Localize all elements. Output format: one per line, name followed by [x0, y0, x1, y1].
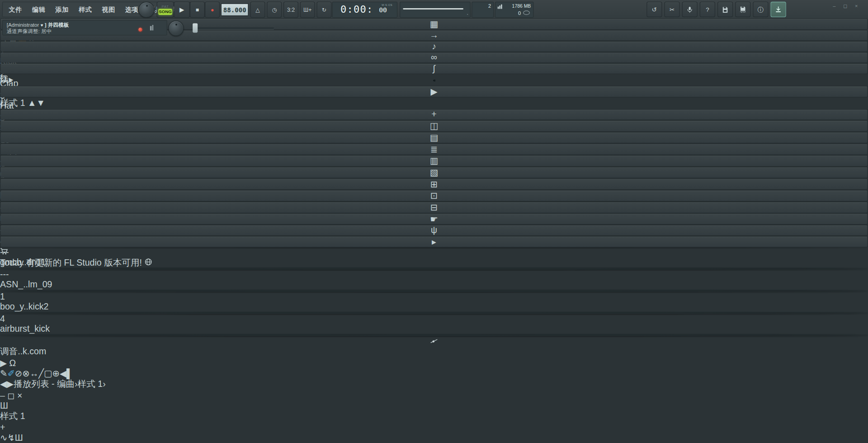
threads-count: 2	[488, 3, 491, 9]
paint-tool-button[interactable]: ✐	[7, 369, 14, 378]
close-windows-toggle[interactable]: ⊟	[0, 201, 868, 213]
play-button[interactable]: ▶	[174, 2, 190, 18]
window-toggle-buttons: ◫▤≣▥▧⊞⊡⊟	[0, 120, 868, 214]
link-button[interactable]: ∞	[0, 52, 868, 63]
save-button[interactable]	[717, 2, 733, 17]
slider-handle[interactable]	[193, 23, 198, 33]
update-notification[interactable]: Today 有更新的 FL Studio 版本可用!	[0, 257, 868, 269]
menu-item[interactable]: 文件	[4, 5, 27, 14]
playlist-close-button[interactable]: ×	[17, 391, 22, 400]
marker-time-panel: ◔	[400, 2, 471, 18]
playlist-snap-magnet-icon[interactable]: Ω	[9, 358, 16, 368]
fl-studio-window: 文件编辑添加样式视图选项工具帮助 PAT SONG ▶ ■ ● 88.000 △…	[0, 0, 868, 443]
plugin-picker-toggle[interactable]: ⊞	[0, 178, 868, 190]
playback-tool-button[interactable]: ◀▌	[60, 369, 73, 378]
metronome-button[interactable]: △	[250, 2, 265, 18]
delete-tool-button[interactable]: ⊘	[15, 369, 22, 378]
stop-button[interactable]: ■	[190, 2, 205, 18]
time-display[interactable]: 0:00: 00 M:S:CS	[332, 2, 397, 18]
master-pitch-knob[interactable]	[138, 2, 155, 18]
memory-value: 1786 MB	[512, 3, 531, 9]
info-button[interactable]: ⓘ	[753, 2, 768, 17]
audio-tab-icon[interactable]: ∿	[0, 433, 7, 443]
record-audio-button[interactable]	[682, 2, 698, 17]
close-button[interactable]: ×	[853, 3, 860, 9]
loop-record-button[interactable]: ↻	[316, 2, 331, 18]
slide-button[interactable]: ∫	[0, 63, 868, 74]
playlist-minimize-button[interactable]: –	[0, 391, 5, 400]
notification-line2: Studio 版本可用!	[76, 258, 142, 267]
buffer-icon	[523, 10, 530, 15]
channel-row: 1boo_y..kick2	[0, 290, 868, 312]
next-pattern-button[interactable]: ▶	[0, 86, 868, 98]
playlist-toggle[interactable]: ◫	[0, 120, 868, 132]
help-button[interactable]: ?	[700, 2, 715, 17]
mute-tool-button[interactable]: ⊗	[22, 369, 29, 378]
automation-tab-icon[interactable]: ↯	[7, 433, 14, 443]
cut-button[interactable]: ✂	[664, 2, 679, 17]
add-pattern-button[interactable]: +	[0, 109, 868, 120]
menu-item[interactable]: 添加	[50, 5, 73, 14]
playlist-play-icon[interactable]: ▶	[0, 358, 7, 368]
undo-button[interactable]: ↺	[646, 2, 662, 17]
picker-pattern-item[interactable]: 样式 1	[0, 411, 25, 421]
save-new-version-button[interactable]	[735, 2, 750, 17]
plugin-tool-button[interactable]: ψ	[0, 225, 868, 236]
minimize-button[interactable]: –	[830, 3, 838, 9]
maximize-button[interactable]: ◻	[841, 3, 849, 9]
touch-tool-button[interactable]: ☛	[0, 213, 868, 225]
channel-rack-toggle[interactable]: ≣	[0, 143, 868, 155]
notification-date: Today	[0, 258, 24, 267]
mixer-toggle[interactable]: ▥	[0, 155, 868, 167]
playlist-maximize-button[interactable]: ◻	[7, 391, 14, 400]
draw-tool-button[interactable]: ✎	[0, 369, 7, 378]
piano-roll-toggle[interactable]: ▤	[0, 132, 868, 143]
events-value: 0	[518, 10, 521, 16]
menu-item[interactable]: 视图	[97, 5, 120, 14]
cpu-threads-panel: 2	[472, 2, 494, 18]
channel-target-number[interactable]: 1	[0, 292, 868, 302]
wait-for-input-button[interactable]: ◷	[267, 2, 282, 18]
channel-target-number[interactable]: ---	[0, 270, 868, 280]
memory-panel: 1786 MB 0	[495, 2, 534, 18]
shop-cart-icon[interactable]	[0, 248, 868, 257]
menu-item[interactable]: 编辑	[27, 5, 50, 14]
one-click-tool-button[interactable]: ▸	[0, 236, 868, 248]
channel-button[interactable]: 调音..k.com	[0, 346, 868, 358]
channel-row: 调音..k.com	[0, 334, 868, 358]
slider-groove[interactable]	[194, 27, 274, 29]
pattern-spinner[interactable]: ▲▼	[28, 98, 45, 108]
download-button[interactable]	[770, 2, 786, 17]
channel-button[interactable]: ASN_..lm_09	[0, 280, 868, 290]
record-button[interactable]: ●	[205, 2, 220, 18]
browser-toggle[interactable]: ▧	[0, 167, 868, 178]
slice-tool-button[interactable]: ╱	[38, 369, 44, 378]
transport-aux-buttons: △◷3:2Ш+↻	[250, 2, 331, 18]
cpu-meter-icon	[498, 5, 502, 9]
channel-row: ---ASN_..lm_09	[0, 267, 868, 290]
pat-song-switch[interactable]: PAT SONG	[157, 2, 174, 18]
add-track-button[interactable]: +	[0, 423, 5, 432]
main-volume-knob[interactable]	[168, 20, 184, 36]
notification-line1: 有更新的 FL	[26, 258, 74, 267]
pattern-selector[interactable]: 样式 1 ▲▼	[0, 97, 868, 109]
slip-tool-button[interactable]: ↔	[30, 369, 39, 378]
song-label[interactable]: SONG	[158, 9, 172, 15]
channel-target-number[interactable]	[0, 336, 868, 346]
patterns-tab-icon[interactable]: Ш	[15, 433, 23, 443]
channel-target-number[interactable]: 4	[0, 314, 868, 324]
main-toolbar: 文件编辑添加样式视图选项工具帮助 PAT SONG ▶ ■ ● 88.000 △…	[0, 0, 868, 19]
quick-access-buttons: ↺✂?ⓘ	[646, 2, 786, 17]
swing-note-button[interactable]: ♪	[0, 41, 868, 52]
typing-to-piano-button[interactable]: 3:2	[283, 2, 298, 18]
zoom-tool-button[interactable]: ⊕	[52, 369, 60, 378]
step-edit-button[interactable]: Ш+	[300, 2, 315, 18]
menu-item[interactable]: 样式	[74, 5, 97, 14]
select-tool-button[interactable]: ▢	[44, 369, 52, 378]
channel-button[interactable]: boo_y..kick2	[0, 302, 868, 312]
tempo-display[interactable]: 88.000	[221, 3, 249, 16]
channel-button[interactable]: airburst_kick	[0, 324, 868, 334]
project-picker-toggle[interactable]: ⊡	[0, 190, 868, 202]
pat-label[interactable]: PAT	[157, 5, 174, 9]
track-header-column: + ∿↯Ш 音频自动样式 Track 1⋯Track 2⋯Track 3⋯Tra…	[0, 423, 868, 443]
